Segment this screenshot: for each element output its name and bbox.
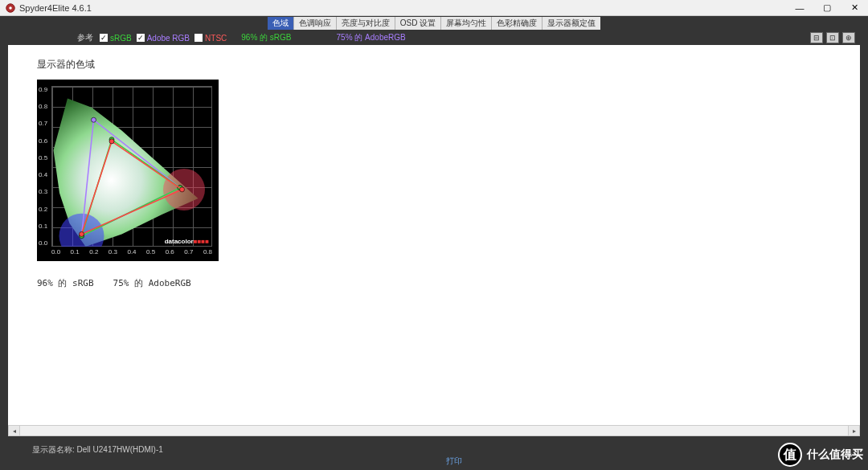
- datacolor-logo: datacolor■■■■: [165, 238, 209, 245]
- scroll-left-icon[interactable]: ◂: [9, 426, 20, 435]
- watermark-text: 什么值得买: [807, 448, 863, 462]
- window-titlebar: Spyder4Elite 4.6.1 — ▢ ✕: [0, 0, 868, 16]
- toolbar: 参考 ✓ sRGB ✓ Adobe RGB NTSC 96% 的 sRGB 75…: [0, 31, 868, 45]
- checkbox-icon: ✓: [100, 34, 108, 42]
- svg-point-5: [92, 117, 96, 122]
- zoom-in-icon[interactable]: ⊕: [842, 32, 855, 43]
- gamut-chart: 0.90.80.70.60.50.40.30.20.10.0 0.00.10.2…: [37, 80, 219, 261]
- zoom-reset-icon[interactable]: ⊡: [826, 32, 839, 43]
- watermark-icon: 值: [778, 443, 802, 467]
- scroll-track[interactable]: [20, 426, 848, 435]
- ntsc-label: NTSC: [205, 34, 227, 43]
- minimize-button[interactable]: —: [786, 0, 813, 16]
- svg-point-1: [9, 6, 12, 10]
- checkbox-icon: [194, 34, 203, 42]
- tabs-row: 色域色调响应亮度与对比度OSD 设置屏幕均匀性色彩精确度显示器额定值: [0, 16, 868, 31]
- toolbar-result-srgb: 96% 的 sRGB: [241, 32, 291, 43]
- svg-point-11: [109, 139, 114, 144]
- result-srgb: 96% 的 sRGB: [37, 277, 94, 289]
- monitor-name: Dell U2417HW(HDMI)-1: [77, 445, 163, 454]
- scroll-right-icon[interactable]: ▸: [848, 426, 859, 435]
- tab-色彩精确度[interactable]: 色彩精确度: [492, 17, 542, 30]
- tab-色域[interactable]: 色域: [268, 17, 294, 30]
- content-area: 显示器的色域 0.90.80.70.60.50.40.30.20.10.0 0.…: [8, 45, 860, 425]
- zoom-out-icon[interactable]: ⊟: [810, 32, 823, 43]
- tab-显示器额定值[interactable]: 显示器额定值: [542, 17, 600, 30]
- tab-OSD 设置[interactable]: OSD 设置: [395, 17, 441, 30]
- tab-色调响应[interactable]: 色调响应: [294, 17, 337, 30]
- horizontal-scrollbar[interactable]: ◂ ▸: [8, 425, 860, 436]
- checkbox-icon: ✓: [137, 34, 145, 42]
- close-button[interactable]: ✕: [841, 0, 868, 16]
- svg-point-12: [80, 231, 84, 236]
- tab-亮度与对比度[interactable]: 亮度与对比度: [337, 17, 395, 30]
- results-row: 96% 的 sRGB 75% 的 AdobeRGB: [37, 277, 831, 289]
- watermark: 值 什么值得买: [778, 443, 863, 467]
- toolbar-result-argb: 75% 的 AdobeRGB: [337, 32, 406, 43]
- app-title: Spyder4Elite 4.6.1: [19, 3, 92, 13]
- print-link[interactable]: 打印: [446, 456, 462, 467]
- section-title: 显示器的色域: [37, 58, 831, 72]
- srgb-label: sRGB: [110, 34, 132, 43]
- ntsc-checkbox[interactable]: NTSC: [194, 34, 227, 43]
- result-argb: 75% 的 AdobeRGB: [113, 277, 191, 289]
- svg-point-10: [180, 187, 185, 192]
- argb-checkbox[interactable]: ✓ Adobe RGB: [137, 34, 190, 43]
- maximize-button[interactable]: ▢: [813, 0, 841, 16]
- reference-label: 参考: [77, 32, 93, 43]
- app-icon: [5, 2, 16, 14]
- srgb-checkbox[interactable]: ✓ sRGB: [100, 34, 132, 43]
- status-prefix: 显示器名称:: [32, 445, 77, 454]
- tab-屏幕均匀性[interactable]: 屏幕均匀性: [441, 17, 492, 30]
- argb-label: Adobe RGB: [147, 34, 190, 43]
- status-bar: 显示器名称: Dell U2417HW(HDMI)-1: [32, 444, 163, 456]
